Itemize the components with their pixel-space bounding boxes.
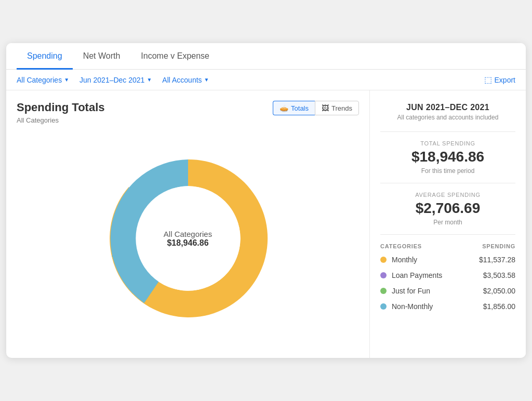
donut-center-value: $18,946.86	[164, 238, 212, 248]
filter-bar: All Categories ▼ Jun 2021–Dec 2021 ▼ All…	[6, 70, 526, 90]
category-dot	[380, 272, 387, 278]
divider-1	[380, 131, 515, 132]
trends-icon: 🖼	[322, 104, 329, 112]
export-button[interactable]: ⬚ Export	[484, 75, 515, 85]
right-panel: JUN 2021–DEC 2021 All categories and acc…	[370, 90, 526, 358]
category-left: Just for Fun	[380, 287, 430, 295]
avg-spending-desc: Per month	[380, 219, 515, 226]
categories-section: CATEGORIES SPENDING Monthly $11,537.28 L…	[380, 243, 515, 311]
category-amount: $1,856.00	[483, 302, 515, 311]
spending-title: Spending Totals	[17, 101, 104, 114]
category-row: Just for Fun $2,050.00	[380, 287, 515, 295]
donut-chart: All Categories $18,946.86	[89, 140, 287, 337]
category-row: Monthly $11,537.28	[380, 256, 515, 264]
totals-label: Totals	[291, 104, 309, 112]
category-dot	[380, 257, 387, 263]
avg-spending-block: AVERAGE SPENDING $2,706.69 Per month	[380, 192, 515, 226]
category-name: Loan Payments	[392, 271, 442, 279]
total-spending-label: TOTAL SPENDING	[380, 140, 515, 146]
view-toggle: 🥧 Totals 🖼 Trends	[273, 101, 359, 115]
avg-spending-label: AVERAGE SPENDING	[380, 192, 515, 198]
avg-spending-value: $2,706.69	[380, 200, 515, 217]
app-container: Spending Net Worth Income v Expense All …	[6, 43, 526, 358]
category-amount: $11,537.28	[479, 256, 515, 264]
tab-net-worth[interactable]: Net Worth	[73, 43, 131, 70]
left-header-text: Spending Totals All Categories	[17, 101, 104, 132]
accounts-filter[interactable]: All Accounts ▼	[162, 76, 209, 84]
category-left: Non-Monthly	[380, 302, 433, 311]
trends-toggle-button[interactable]: 🖼 Trends	[315, 101, 359, 115]
donut-center-title: All Categories	[164, 230, 212, 238]
category-amount: $3,503.58	[483, 271, 515, 279]
top-nav: Spending Net Worth Income v Expense	[6, 43, 526, 70]
category-name: Monthly	[392, 256, 417, 264]
date-range-filter-label: Jun 2021–Dec 2021	[79, 76, 144, 84]
category-amount: $2,050.00	[483, 287, 515, 295]
category-dot	[380, 303, 387, 310]
date-range-filter[interactable]: Jun 2021–Dec 2021 ▼	[79, 76, 152, 84]
period-subtitle: All categories and accounts included	[380, 114, 515, 121]
donut-label: All Categories $18,946.86	[164, 230, 212, 248]
total-spending-value: $18,946.86	[380, 149, 515, 165]
divider-3	[380, 234, 515, 235]
left-header: Spending Totals All Categories 🥧 Totals …	[17, 101, 359, 132]
export-label: Export	[495, 76, 515, 84]
tab-income-expense[interactable]: Income v Expense	[130, 43, 220, 70]
accounts-filter-label: All Accounts	[162, 76, 202, 84]
category-row: Loan Payments $3,503.58	[380, 271, 515, 279]
category-row: Non-Monthly $1,856.00	[380, 302, 515, 311]
left-panel: Spending Totals All Categories 🥧 Totals …	[6, 90, 370, 358]
categories-chevron-icon: ▼	[64, 77, 69, 83]
date-range-chevron-icon: ▼	[147, 77, 152, 83]
category-name: Non-Monthly	[392, 302, 433, 311]
period-title: JUN 2021–DEC 2021	[380, 103, 515, 112]
spending-subtitle: All Categories	[17, 116, 104, 124]
categories-filter[interactable]: All Categories ▼	[17, 76, 69, 84]
total-spending-block: TOTAL SPENDING $18,946.86 For this time …	[380, 140, 515, 175]
categories-header-label: CATEGORIES	[380, 243, 422, 249]
category-left: Loan Payments	[380, 271, 442, 279]
category-rows: Monthly $11,537.28 Loan Payments $3,503.…	[380, 256, 515, 311]
category-left: Monthly	[380, 256, 417, 264]
categories-filter-label: All Categories	[17, 76, 62, 84]
main-content: Spending Totals All Categories 🥧 Totals …	[6, 90, 526, 358]
totals-toggle-button[interactable]: 🥧 Totals	[273, 101, 315, 115]
tab-spending[interactable]: Spending	[17, 43, 73, 70]
category-name: Just for Fun	[392, 287, 430, 295]
categories-header: CATEGORIES SPENDING	[380, 243, 515, 249]
chart-area: All Categories $18,946.86	[17, 135, 359, 347]
accounts-chevron-icon: ▼	[204, 77, 209, 83]
spending-header-label: SPENDING	[482, 243, 515, 249]
total-spending-desc: For this time period	[380, 167, 515, 175]
export-icon: ⬚	[484, 75, 492, 85]
totals-icon: 🥧	[280, 104, 288, 112]
trends-label: Trends	[331, 104, 352, 112]
right-period: JUN 2021–DEC 2021 All categories and acc…	[380, 103, 515, 121]
category-dot	[380, 288, 387, 294]
divider-2	[380, 183, 515, 183]
